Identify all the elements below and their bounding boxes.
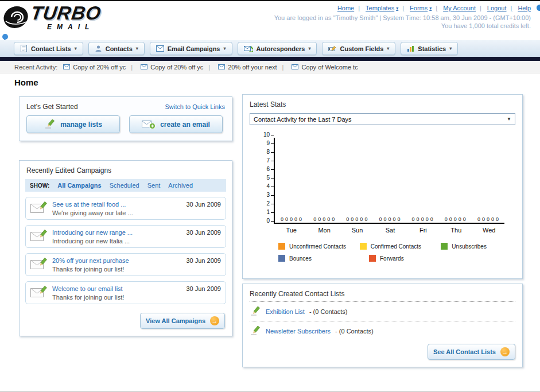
latest-stats-title: Latest Stats — [250, 100, 286, 108]
campaigns-panel-title: Recently Edited Campaigns — [26, 166, 111, 174]
statistics-icon — [407, 45, 414, 52]
y-axis-tick-label: 4 — [266, 184, 274, 189]
chart-legend: Unconfirmed Contacts Confirmed Contacts … — [278, 243, 522, 262]
envelope-icon — [141, 64, 147, 69]
view-all-campaigns-button[interactable]: View All Campaigns → — [140, 313, 225, 329]
bar-value-label: 0 — [281, 216, 283, 222]
bar-value-label: 0 — [360, 216, 363, 222]
contacts-icon — [95, 45, 102, 52]
campaign-subtitle: Introducing our new Italia ... — [52, 238, 181, 244]
recent-activity-item[interactable]: Copy of 20% off yc — [63, 64, 126, 71]
see-all-contact-lists-button[interactable]: See All Contact Lists → — [428, 344, 515, 360]
nav-link-templates[interactable]: Templates▾ — [354, 5, 398, 11]
filter-archived[interactable]: Archived — [168, 182, 193, 189]
bar-value-label: 0 — [477, 216, 480, 222]
recent-activity-item[interactable]: Copy of 20% off yc — [126, 64, 203, 71]
filter-scheduled[interactable]: Scheduled — [110, 182, 139, 189]
campaign-subtitle: Thanks for joining our list! — [52, 294, 181, 301]
y-axis-tick-label: 5 — [266, 175, 274, 181]
decorative-dot — [2, 34, 8, 40]
chart-y-axis: 109876543210 — [259, 132, 274, 224]
main-nav-bar: Contact Lists ▾ Contacts ▾ Email Campaig… — [0, 40, 540, 57]
campaign-date: 30 Jun 2009 — [186, 229, 221, 244]
bar-value-group: 00000 — [340, 216, 373, 222]
view-all-campaigns-label: View All Campaigns — [146, 317, 205, 324]
top-navigation: Home Templates▾ Forms▾ My Account Logout… — [337, 5, 531, 11]
tab-contacts[interactable]: Contacts ▾ — [88, 42, 145, 55]
contact-list-name-link[interactable]: Exhibition List — [266, 308, 305, 315]
y-axis-tick-label: 0 — [266, 218, 274, 224]
stats-period-value: Contact Activity for the Last 7 Days — [254, 116, 352, 123]
recent-activity-label: Recent Activity: — [14, 64, 57, 71]
y-axis-tick-label: 1 — [266, 209, 274, 215]
legend-item: Unconfirmed Contacts — [278, 243, 360, 250]
bar-value-label: 0 — [327, 216, 330, 222]
pencil-icon — [250, 326, 261, 336]
recent-activity-item[interactable]: Copy of Welcome tc — [277, 64, 358, 71]
x-axis-label: Mon — [308, 227, 340, 234]
campaign-title-link[interactable]: Introducing our new range ... — [52, 229, 181, 236]
y-axis-tick-label: 2 — [266, 201, 274, 207]
app-logo[interactable]: TURBO EMAIL — [3, 3, 101, 31]
bar-value-label: 0 — [351, 216, 353, 222]
bar-value-label: 0 — [346, 216, 349, 222]
recent-activity-item[interactable]: 20% off your next — [203, 64, 277, 71]
bar-value-label: 0 — [454, 216, 457, 222]
tab-email-campaigns[interactable]: Email Campaigns ▾ — [150, 42, 232, 55]
nav-link-my-account[interactable]: My Account — [432, 5, 476, 11]
chevron-down-icon: ▾ — [223, 46, 226, 51]
tab-label: Autoresponders — [257, 45, 305, 52]
nav-link-label: My Account — [443, 5, 476, 11]
campaign-date: 30 Jun 2009 — [186, 285, 221, 301]
envelope-pencil-icon — [30, 285, 48, 298]
nav-link-logout[interactable]: Logout — [476, 5, 507, 11]
x-axis-label: Fri — [407, 227, 440, 234]
recent-activity-bar: Recent Activity: Copy of 20% off yc Copy… — [0, 61, 540, 73]
chart-zero-labels: 00000000000000000000000000000000000 — [275, 216, 504, 222]
bar-value-label: 0 — [445, 216, 448, 222]
bar-value-label: 0 — [421, 216, 424, 222]
tab-autoresponders[interactable]: Autoresponders ▾ — [238, 42, 317, 55]
bar-value-label: 0 — [412, 216, 415, 222]
x-axis-label: Wed — [473, 227, 506, 234]
nav-link-label: Home — [337, 5, 354, 11]
envelope-pencil-icon — [30, 257, 48, 270]
nav-link-home[interactable]: Home — [337, 5, 354, 11]
tab-custom-fields[interactable]: Custom Fields ▾ — [322, 42, 395, 55]
campaign-title-link[interactable]: See us at the retail food ... — [52, 201, 181, 208]
latest-stats-panel: Latest Stats Contact Activity for the La… — [242, 94, 523, 279]
bar-value-label: 0 — [313, 216, 316, 222]
recently-edited-campaigns-panel: Recently Edited Campaigns SHOW: All Camp… — [19, 160, 232, 336]
tab-contact-lists[interactable]: Contact Lists ▾ — [14, 42, 83, 55]
chevron-down-icon: ▾ — [75, 46, 77, 51]
switch-to-quick-links-link[interactable]: Switch to Quick Links — [165, 103, 225, 110]
bar-value-label: 0 — [332, 216, 335, 222]
y-axis-tick-label: 3 — [266, 192, 274, 198]
chevron-down-icon: ▾ — [449, 46, 452, 51]
manage-lists-button[interactable]: manage lists — [26, 115, 120, 133]
campaign-title-link[interactable]: 20% off your next purchase — [52, 257, 181, 264]
filter-all-campaigns[interactable]: All Campaigns — [57, 182, 101, 189]
nav-link-help[interactable]: Help — [507, 5, 531, 11]
filter-sent[interactable]: Sent — [147, 182, 161, 189]
logo-swirl-icon — [3, 4, 33, 30]
legend-label: Confirmed Contacts — [371, 243, 421, 250]
tab-label: Statistics — [418, 45, 446, 52]
contact-list-detail: - (0 Contacts) — [335, 328, 374, 335]
help-bubble-icon[interactable] — [537, 5, 540, 11]
campaign-title-link[interactable]: Welcome to our email list — [52, 285, 181, 292]
tab-statistics[interactable]: Statistics ▾ — [401, 42, 458, 55]
bar-value-label: 0 — [459, 216, 461, 222]
bar-value-label: 0 — [379, 216, 382, 222]
envelope-plus-icon — [142, 120, 156, 129]
contact-list-name-link[interactable]: Newsletter Subscribers — [266, 328, 331, 335]
create-an-email-button[interactable]: create an email — [129, 115, 223, 133]
bar-value-label: 0 — [285, 216, 288, 222]
bar-value-group: 00000 — [373, 216, 406, 222]
pencil-icon — [44, 119, 56, 129]
nav-link-forms[interactable]: Forms▾ — [398, 5, 432, 11]
bar-value-label: 0 — [463, 216, 466, 222]
recent-activity-text: Copy of Welcome tc — [301, 64, 358, 71]
recently-created-contact-lists-panel: Recently Created Contact Lists Exhibitio… — [242, 284, 523, 367]
stats-period-select[interactable]: Contact Activity for the Last 7 Days ▼ — [250, 113, 515, 125]
